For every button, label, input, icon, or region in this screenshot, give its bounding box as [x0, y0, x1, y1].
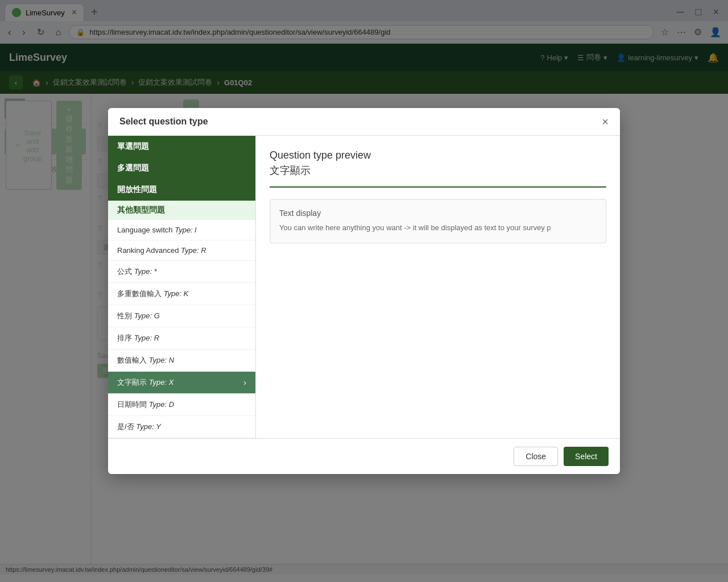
modal-body: 單選問題 多選問題 開放性問題 其他類型問題 Language switch T — [108, 136, 620, 438]
qtype-item-date-time[interactable]: 日期時間 Type: D — [108, 394, 255, 416]
close-button[interactable]: Close — [514, 447, 558, 466]
qtype-category-multiple[interactable]: 多選問題 — [108, 157, 255, 179]
modal-overlay: Select question type × 單選問題 多選問題 — [0, 94, 728, 564]
preview-box-text: You can write here anything you want -> … — [279, 222, 597, 234]
qtype-category-single[interactable]: 單選問題 — [108, 136, 255, 157]
qtype-item-label: 排序 Type: R — [117, 333, 159, 343]
qtype-item-formula[interactable]: 公式 Type: * — [108, 261, 255, 283]
qtype-item-ranking-advanced[interactable]: Ranking Advanced Type: R — [108, 240, 255, 261]
modal-footer: Close Select — [108, 438, 620, 474]
preview-box-title: Text display — [279, 209, 597, 218]
preview-panel: Question type preview 文字顯示 Text display … — [256, 136, 620, 438]
qtype-item-lang-switch[interactable]: Language switch Type: l — [108, 220, 255, 240]
preview-title: Question type preview — [270, 149, 606, 161]
qtype-subcategory-other: 其他類型問題 — [108, 201, 255, 220]
qtype-item-label: Ranking Advanced Type: R — [117, 246, 206, 255]
qtype-item-label: 是/否 Type: Y — [117, 422, 161, 432]
chevron-right-icon: › — [243, 378, 246, 387]
qtype-item-label: 多重數值輸入 Type: K — [117, 289, 188, 299]
qtype-item-text-display[interactable]: 文字顯示 Type: X › — [108, 372, 255, 394]
qtype-item-multi-numeric[interactable]: 多重數值輸入 Type: K — [108, 283, 255, 305]
modal-close-button[interactable]: × — [602, 116, 609, 127]
qtype-category-open[interactable]: 開放性問題 — [108, 179, 255, 201]
qtype-item-label: 日期時間 Type: D — [117, 400, 174, 410]
qtype-item-ranking[interactable]: 排序 Type: R — [108, 327, 255, 350]
qtype-item-label: 文字顯示 Type: X — [117, 377, 173, 388]
modal-header: Select question type × — [108, 108, 620, 136]
select-button[interactable]: Select — [564, 447, 609, 466]
qtype-item-gender[interactable]: 性別 Type: G — [108, 305, 255, 327]
main-area: ‹ 設定 + + 新增群組 + 增 ☰ 促銷文案效果測試 — [0, 94, 728, 564]
qtype-item-label: 公式 Type: * — [117, 267, 157, 277]
select-question-type-modal: Select question type × 單選問題 多選問題 — [108, 108, 620, 474]
preview-divider — [270, 186, 606, 188]
qtype-item-label: Language switch Type: l — [117, 226, 196, 234]
app: LimeSurvey ? Help ▾ ☰ 問卷 ▾ 👤 learning-li… — [0, 44, 728, 575]
preview-box: Text display You can write here anything… — [270, 199, 606, 243]
question-type-panel: 單選問題 多選問題 開放性問題 其他類型問題 Language switch T — [108, 136, 256, 438]
qtype-item-label: 性別 Type: G — [117, 311, 160, 321]
qtype-item-numeric-input[interactable]: 數值輸入 Type: N — [108, 350, 255, 372]
qtype-item-label: 數值輸入 Type: N — [117, 355, 174, 365]
modal-title: Select question type — [119, 117, 208, 127]
preview-subtitle: 文字顯示 — [270, 164, 606, 177]
qtype-item-yes-no[interactable]: 是/否 Type: Y — [108, 416, 255, 438]
